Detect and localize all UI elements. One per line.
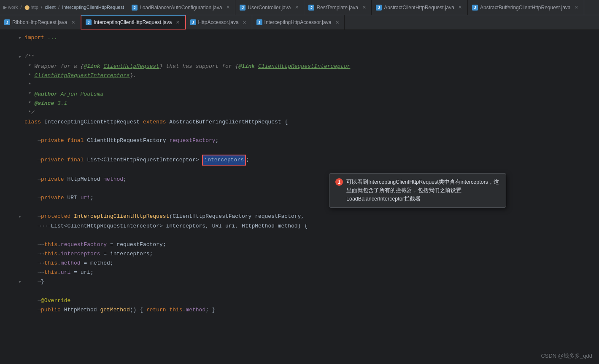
tab-intercepting-active[interactable]: J InterceptingClientHttpRequest.java ✕ xyxy=(81,15,186,30)
tab-label: AbstractBufferingClientHttpRequest.java xyxy=(480,5,571,11)
code-container: ▼ import ... ▼ /** * Wrapper for a {@lin… xyxy=(0,30,599,318)
code-line: →→this.uri = uri; xyxy=(0,268,599,277)
code-line: ▼ →} xyxy=(0,277,599,287)
code-line: →→→→List<ClientHttpRequestInterceptor> i… xyxy=(0,222,599,231)
java-icon: J xyxy=(472,5,478,11)
tab-label: AbstractClientHttpRequest.java xyxy=(384,5,454,11)
code-line: →private final ClientHttpRequestFactory … xyxy=(0,136,599,145)
code-line: →@Override xyxy=(0,296,599,305)
watermark: CSDN @钱多多_qdd xyxy=(541,352,592,360)
code-line: →→this.requestFactory = requestFactory; xyxy=(0,240,599,249)
tab-close[interactable]: ✕ xyxy=(334,19,340,25)
code-line: * Wrapper for a {@link ClientHttpRequest… xyxy=(0,62,599,71)
java-icon: J xyxy=(190,19,196,25)
tab-label: InterceptingClientHttpRequest.java xyxy=(94,19,172,25)
editor-area: ▼ import ... ▼ /** * Wrapper for a {@lin… xyxy=(0,30,599,364)
code-line: */ xyxy=(0,108,599,118)
breadcrumb-text: ▶ work / ⬤ http / client / InterceptingC… xyxy=(3,5,124,10)
tab-bar-second: J RibbonHttpRequest.java ✕ J Interceptin… xyxy=(0,15,599,30)
java-icon: J xyxy=(132,5,138,11)
code-line: * @since 3.1 xyxy=(0,99,599,108)
tab-intercepting-http[interactable]: J InterceptingHttpAccessor.java ✕ xyxy=(252,15,345,30)
tooltip-number: 1 xyxy=(335,178,343,186)
tab-close[interactable]: ✕ xyxy=(574,5,580,11)
tab-close[interactable]: ✕ xyxy=(457,5,463,11)
code-line: →→this.method = method; xyxy=(0,259,599,268)
tab-user-controller[interactable]: J UserController.java ✕ xyxy=(235,0,304,15)
tab-http-accessor[interactable]: J HttpAccessor.java ✕ xyxy=(186,15,252,30)
tab-close[interactable]: ✕ xyxy=(294,5,300,11)
tooltip-popup: 1 可以看到InterceptingClientHttpRequest类中含有i… xyxy=(329,173,506,208)
tab-load-balancer[interactable]: J LoadBalancerAutoConfiguration.java ✕ xyxy=(127,0,235,15)
code-line: ▼ /** xyxy=(0,52,599,62)
breadcrumb: ▶ work / ⬤ http / client / InterceptingC… xyxy=(0,5,127,10)
code-line: * xyxy=(0,80,599,90)
code-line: ▼ import ... xyxy=(0,33,599,43)
code-line: →public HttpMethod getMethod() { return … xyxy=(0,305,599,315)
tab-close[interactable]: ✕ xyxy=(242,19,248,25)
tab-close[interactable]: ✕ xyxy=(70,19,76,25)
java-icon: J xyxy=(308,5,314,11)
tab-label: UserController.java xyxy=(248,5,291,11)
tab-ribbon[interactable]: J RibbonHttpRequest.java ✕ xyxy=(0,15,81,30)
java-icon: J xyxy=(376,5,382,11)
code-line: →→this.interceptors = interceptors; xyxy=(0,249,599,259)
tab-label: RibbonHttpRequest.java xyxy=(12,19,67,25)
code-line: * @author Arjen Poutsma xyxy=(0,90,599,99)
tab-label: LoadBalancerAutoConfiguration.java xyxy=(140,5,222,11)
interceptors-line: →private final List<ClientHttpRequestInt… xyxy=(0,155,599,166)
tab-abstract-buffering[interactable]: J AbstractBufferingClientHttpRequest.jav… xyxy=(468,0,584,15)
interceptors-highlight: interceptors xyxy=(202,155,246,166)
java-icon: J xyxy=(256,19,262,25)
code-line: →private HttpMethod method; xyxy=(0,175,599,184)
java-icon: J xyxy=(86,19,92,25)
tab-bar-top: ▶ work / ⬤ http / client / InterceptingC… xyxy=(0,0,599,15)
tooltip-text: 可以看到InterceptingClientHttpRequest类中含有int… xyxy=(346,178,500,203)
java-icon: J xyxy=(4,19,10,25)
tab-close[interactable]: ✕ xyxy=(361,5,367,11)
tab-label: HttpAccessor.java xyxy=(198,19,239,25)
code-line: ▼ →protected InterceptingClientHttpReque… xyxy=(0,212,599,222)
code-line: class InterceptingClientHttpRequest exte… xyxy=(0,118,599,127)
tab-label: InterceptingHttpAccessor.java xyxy=(264,19,332,25)
tab-abstract-client[interactable]: J AbstractClientHttpRequest.java ✕ xyxy=(372,0,468,15)
code-line: * ClientHttpRequestInterceptors}. xyxy=(0,71,599,80)
tab-label: RestTemplate.java xyxy=(316,5,358,11)
tab-rest-template[interactable]: J RestTemplate.java ✕ xyxy=(304,0,372,15)
code-line: →private URI uri; xyxy=(0,193,599,203)
java-icon: J xyxy=(240,5,246,11)
tab-close[interactable]: ✕ xyxy=(225,5,231,11)
tab-close[interactable]: ✕ xyxy=(175,19,181,25)
